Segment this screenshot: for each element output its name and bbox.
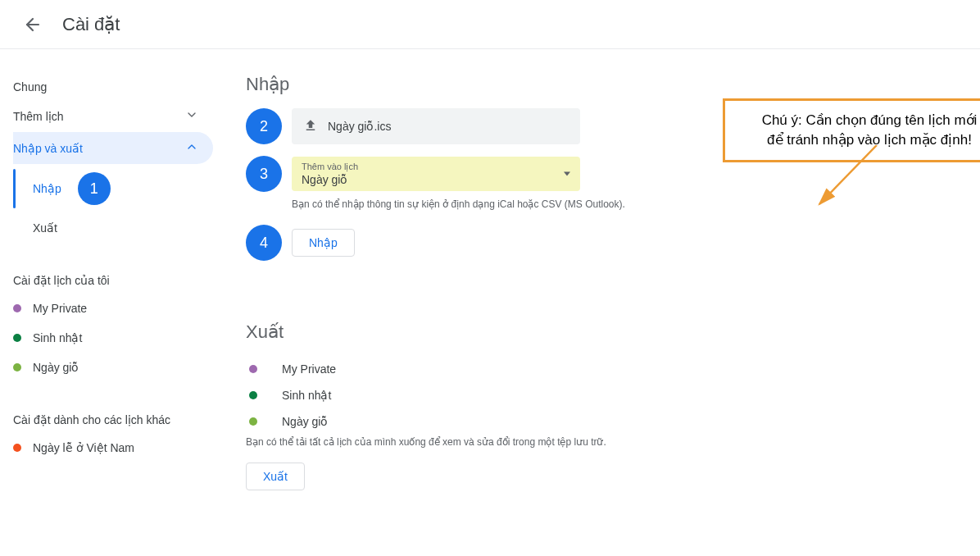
step-badge-2: 2 (246, 108, 282, 144)
calendar-dot-icon (249, 391, 257, 399)
import-help-text: Bạn có thể nhập thông tin sự kiện ở định… (292, 198, 947, 210)
callout-line: để tránh nhập vào lịch mặc định! (740, 130, 980, 150)
calendar-dot-icon (249, 365, 257, 373)
calendar-label: My Private (33, 302, 87, 315)
export-button[interactable]: Xuất (246, 463, 305, 490)
sidebar-calendar-item[interactable]: My Private (13, 294, 213, 323)
callout-box: Chú ý: Cần chọn đúng tên lịch mới để trá… (723, 98, 980, 162)
sidebar-label: Thêm lịch (13, 110, 64, 123)
sidebar-item-import-export[interactable]: Nhập và xuất (13, 132, 213, 164)
topbar: Cài đặt (0, 0, 980, 49)
callout-line: Chú ý: Cần chọn đúng tên lịch mới (740, 111, 980, 130)
calendar-label: Sinh nhật (33, 331, 82, 344)
back-button[interactable] (16, 8, 49, 41)
sidebar-item-general[interactable]: Chung (13, 74, 213, 100)
export-help-text: Bạn có thể tải tất cả lịch của mình xuốn… (246, 436, 947, 448)
export-calendar-item: Ngày giỗ (246, 408, 947, 435)
sidebar-label: Nhập và xuất (13, 142, 83, 155)
sidebar-calendar-item[interactable]: Ngày lễ ở Việt Nam (13, 433, 213, 463)
export-heading: Xuất (246, 321, 947, 343)
sidebar-subitem-import[interactable]: Nhập 1 (33, 164, 213, 213)
calendar-label: Sinh nhật (282, 389, 331, 402)
sidebar-subitem-export[interactable]: Xuất (33, 213, 213, 243)
select-value: Ngày giỗ (302, 173, 570, 186)
file-name: Ngày giỗ.ics (328, 120, 391, 133)
arrow-left-icon (23, 15, 43, 34)
step-badge-1: 1 (78, 172, 111, 205)
import-heading: Nhập (246, 74, 947, 95)
sidebar-heading-my-calendars: Cài đặt lịch của tôi (13, 267, 213, 294)
calendar-dot-icon (13, 334, 21, 342)
calendar-label: Ngày giỗ (33, 361, 79, 374)
calendar-label: Ngày lễ ở Việt Nam (33, 441, 134, 454)
sidebar-calendar-item[interactable]: Sinh nhật (13, 323, 213, 353)
export-calendar-item: Sinh nhật (246, 382, 947, 408)
step-badge-3: 3 (246, 156, 282, 192)
step-badge-4: 4 (246, 225, 282, 261)
file-upload-field[interactable]: Ngày giỗ.ics (292, 108, 580, 144)
calendar-label: Ngày giỗ (282, 415, 328, 428)
caret-down-icon (564, 172, 570, 176)
export-calendar-item: My Private (246, 356, 947, 382)
sidebar-heading-other-calendars: Cài đặt dành cho các lịch khác (13, 407, 213, 433)
calendar-dot-icon (13, 444, 21, 452)
page-title: Cài đặt (62, 14, 120, 35)
calendar-label: My Private (282, 362, 336, 376)
sidebar-item-add-calendar[interactable]: Thêm lịch (13, 100, 213, 132)
chevron-down-icon (185, 108, 198, 124)
sidebar: Chung Thêm lịch Nhập và xuất Nhập 1 Xuất… (0, 49, 213, 515)
sidebar-calendar-item[interactable]: Ngày giỗ (13, 353, 213, 382)
calendar-select[interactable]: Thêm vào lịch Ngày giỗ (292, 157, 580, 191)
calendar-dot-icon (13, 304, 21, 312)
calendar-dot-icon (249, 417, 257, 426)
chevron-up-icon (185, 140, 198, 156)
import-button[interactable]: Nhập (292, 229, 355, 257)
upload-icon (303, 118, 318, 135)
calendar-dot-icon (13, 363, 21, 371)
sidebar-label: Xuất (33, 221, 57, 235)
main-content: Nhập 2 Ngày giỗ.ics 3 Thêm vào lịch Ngày… (213, 49, 980, 515)
select-label: Thêm vào lịch (302, 162, 570, 172)
sidebar-label: Nhập (33, 182, 61, 195)
